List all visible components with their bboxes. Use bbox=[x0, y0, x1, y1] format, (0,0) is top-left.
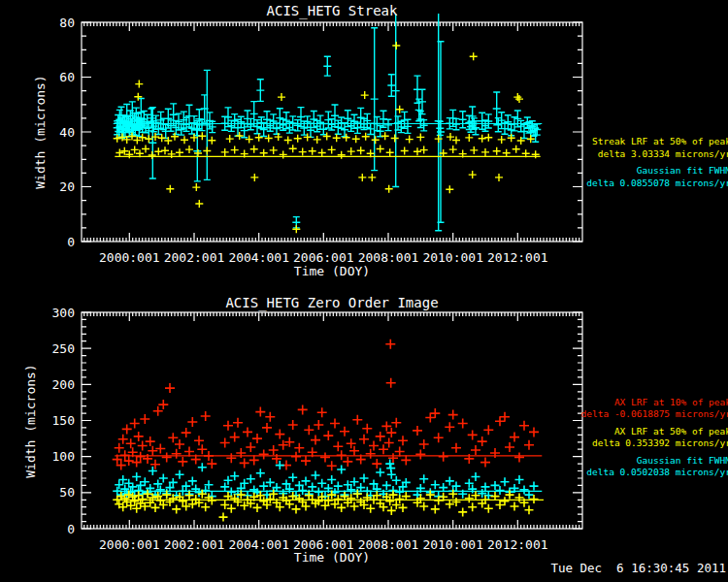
y-tick-label: 200 bbox=[52, 377, 75, 392]
x-tick-label: 2002:001 bbox=[164, 537, 225, 552]
x-tick-label: 2010:001 bbox=[422, 537, 483, 552]
x-tick-label: 2004:001 bbox=[228, 250, 289, 265]
y-tick-label: 20 bbox=[59, 179, 75, 194]
x-tick-label: 2012:001 bbox=[487, 537, 548, 552]
y-tick-label: 50 bbox=[59, 485, 75, 500]
x-tick-label: 2004:001 bbox=[228, 537, 289, 552]
y-tick-label: 150 bbox=[52, 413, 75, 428]
top-panel-title: ACIS_HETG Streak bbox=[267, 3, 398, 18]
y-tick-label: 0 bbox=[67, 522, 75, 536]
y-tick-label: 100 bbox=[52, 449, 75, 464]
y-tick-label: 80 bbox=[59, 16, 75, 30]
x-tick-label: 2010:001 bbox=[422, 250, 483, 265]
y-tick-label: 0 bbox=[67, 235, 75, 249]
annotation-ax10: AX LRF at 10% of peak bbox=[614, 397, 728, 407]
bottom-y-axis-label: Width (microns) bbox=[23, 364, 38, 477]
annotation-gaussian-top: Gaussian fit FWHM bbox=[637, 165, 728, 176]
annotation-gaussian-bottom: Gaussian fit FWHM bbox=[637, 455, 728, 466]
annotation-gaussian-top-delta: delta 0.0855078 microns/yr bbox=[586, 178, 728, 188]
y-tick-label: 40 bbox=[59, 125, 75, 140]
bottom-x-axis-label: Time (DOY) bbox=[294, 550, 370, 565]
x-tick-label: 2012:001 bbox=[487, 250, 548, 265]
data-points bbox=[114, 0, 542, 231]
x-tick-label: 2008:001 bbox=[358, 250, 419, 265]
annotation-ax10-delta: delta -0.0618875 microns/yr bbox=[581, 408, 728, 419]
top-y-axis-label: Width (microns) bbox=[33, 75, 48, 188]
x-tick-label: 2000:001 bbox=[99, 537, 160, 552]
annotation-ax50-delta: delta 0.353392 microns/yr bbox=[592, 437, 728, 448]
plot-window: 2000:0012002:0012004:0012006:0012008:001… bbox=[0, 0, 728, 582]
data-points bbox=[113, 460, 538, 501]
series-ax-lrf-at-10-of-peak bbox=[113, 340, 543, 471]
annotation-streak-delta: delta 3.03334 microns/yr bbox=[598, 148, 728, 159]
bottom-panel: 2000:0012002:0012004:0012006:0012008:001… bbox=[52, 306, 582, 553]
y-tick-label: 300 bbox=[52, 306, 75, 320]
y-tick-label: 250 bbox=[52, 341, 75, 356]
x-tick-label: 2002:001 bbox=[164, 250, 225, 265]
data-points bbox=[114, 42, 540, 233]
timestamp: Tue Dec 6 16:30:45 2011 bbox=[550, 561, 726, 575]
plot-canvas: 2000:0012002:0012004:0012006:0012008:001… bbox=[0, 0, 728, 582]
top-panel: 2000:0012002:0012004:0012006:0012008:001… bbox=[59, 0, 582, 265]
series-ax-lrf-at-50-of-peak bbox=[113, 490, 544, 522]
annotation-gaussian-bottom-delta: delta 0.0502038 microns/yr bbox=[586, 467, 728, 477]
series-gaussian-fit-fwhm bbox=[114, 0, 543, 231]
top-x-axis-label: Time (DOY) bbox=[294, 264, 370, 278]
bottom-panel-title: ACIS_HETG Zero Order Image bbox=[225, 295, 438, 310]
annotation-streak-lrf: Streak LRF at 50% of peak bbox=[592, 136, 728, 146]
y-tick-label: 60 bbox=[59, 70, 75, 84]
data-points bbox=[113, 340, 539, 471]
x-tick-label: 2006:001 bbox=[293, 250, 354, 265]
x-tick-label: 2000:001 bbox=[99, 250, 160, 265]
annotation-ax50: AX LRF at 50% of peak bbox=[614, 426, 728, 436]
